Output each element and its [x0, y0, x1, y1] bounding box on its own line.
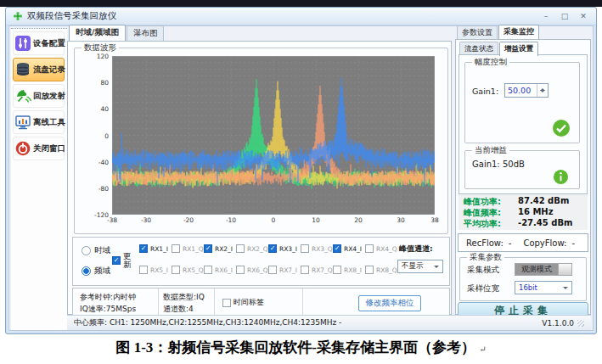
radio-label: 时域: [94, 245, 110, 256]
checkbox-box: [172, 266, 180, 274]
data-type-text: 数据类型:IQ: [163, 292, 205, 303]
divider: [158, 288, 159, 316]
checkbox-label: 时间标签: [233, 297, 264, 308]
database-icon: [14, 61, 31, 78]
sidebar-item-offline-tools[interactable]: 离线工具: [13, 110, 65, 134]
channel-count-text: 通道数:4: [163, 304, 194, 315]
checkbox-rx3-i[interactable]: ✓RX3_I: [268, 244, 297, 253]
sidebar-item-playback-transmit[interactable]: 回放发射: [13, 84, 65, 108]
info-circle-icon: [553, 169, 569, 185]
checkbox-rx8-i[interactable]: RX8_I: [333, 266, 362, 274]
checkbox-rx3-q[interactable]: RX3_Q: [301, 244, 333, 253]
recflow-label: RecFlow:: [466, 238, 504, 248]
checkbox-box: [172, 244, 180, 253]
resize-grip[interactable]: [577, 320, 584, 327]
minimize-button[interactable]: –: [540, 12, 552, 20]
checkbox-label: RX5_I: [150, 266, 168, 274]
waveform-groupbox: 数据波形 12080400-40-80-120 -38-30-20-100102…: [74, 48, 448, 234]
capture-mode-value: 观测模式: [515, 264, 558, 275]
sample-bits-label: 采样位宽: [467, 283, 499, 294]
checkbox-rx5-i[interactable]: RX5_I: [139, 266, 168, 274]
checkbox-rx1-i[interactable]: ✓RX1_I: [139, 244, 168, 253]
title-bar[interactable]: 双频段信号采集回放仪 – □ ✕: [6, 8, 596, 25]
checkbox-time-tag[interactable]: 时间标签: [222, 297, 264, 308]
checkbox-rx5-q[interactable]: RX5_Q: [172, 266, 204, 274]
checkbox-label: RX3_I: [279, 245, 297, 253]
tab-waterfall[interactable]: 瀑布图: [127, 25, 165, 41]
sidebar-item-close-window[interactable]: 关闭窗口: [13, 137, 65, 160]
radio-freq-domain[interactable]: 频域: [82, 266, 110, 277]
dropdown-arrow-icon: [563, 287, 568, 292]
power-readouts: 峰值功率: 87.42 dBm 峰值频率: 16 MHz 平均功率: -27.4…: [459, 194, 588, 230]
checkbox-rx2-q[interactable]: RX2_Q: [236, 244, 268, 253]
main-area: 时域/频域图 瀑布图 数据波形 12080400-40-80-120 -38-3…: [67, 26, 453, 315]
checkbox-label: 更新: [123, 252, 132, 269]
maximize-button[interactable]: □: [559, 12, 571, 20]
modify-freq-phase-button[interactable]: 修改频率相位: [358, 295, 421, 311]
tab-time-freq-domain[interactable]: 时域/频域图: [69, 25, 126, 41]
right-tab-bar: 参数设置 采集监控: [457, 26, 540, 39]
checkbox-label: RX7_I: [279, 266, 297, 274]
checkbox-rx8-q[interactable]: RX8_Q: [365, 266, 397, 274]
radio-time-domain[interactable]: 时域: [82, 245, 110, 256]
radio-dot: [82, 246, 91, 255]
checkbox-rx1-q[interactable]: RX1_Q: [172, 244, 204, 253]
acquisition-info-panel: 参考时钟:内时钟 IQ速率:75MSps 数据类型:IQ 通道数:4 时间标签 …: [72, 288, 450, 317]
radio-label: 频域: [94, 266, 110, 277]
checkbox-rx2-i[interactable]: ✓RX2_I: [204, 244, 233, 253]
peak-channel-dropdown[interactable]: 不显示: [397, 260, 443, 273]
subtab-gain-settings[interactable]: 增益设置: [499, 42, 538, 56]
current-gain-groupbox: 当前增益 Gain1: 50dB: [464, 150, 580, 189]
checkbox-box: [236, 266, 245, 274]
checkbox-box: [236, 244, 245, 253]
avg-power-value: -27.45 dBm: [518, 218, 572, 227]
status-bar: 中心频率: CH1: 1250MHz,CH2:1255MHz,CH3:1240M…: [67, 315, 591, 330]
checkbox-label: RX4_Q: [376, 245, 397, 253]
checkbox-box: ✓: [204, 244, 212, 253]
checkbox-label: RX7_Q: [312, 266, 333, 274]
center-freq-status: 中心频率: CH1: 1250MHz,CH2:1255MHz,CH3:1240M…: [74, 317, 341, 328]
checkbox-rx7-i[interactable]: RX7_I: [268, 266, 297, 274]
sidebar: 设备配置 流盘记录: [11, 28, 67, 330]
checkbox-rx4-i[interactable]: ✓RX4_I: [333, 244, 362, 253]
checkbox-box: [301, 244, 309, 253]
dropdown-arrow-icon: [434, 266, 439, 271]
checkbox-update[interactable]: ✓ 更新: [112, 252, 132, 269]
checkbox-rx6-i[interactable]: RX6_I: [204, 266, 233, 274]
spinner-down-icon[interactable]: [537, 91, 548, 98]
gain1-spinner[interactable]: 50.00: [504, 83, 549, 98]
right-panel: 参数设置 采集监控 流盘状态 增益设置 幅度控制 Gain1: 50.00: [455, 26, 591, 315]
ref-clock-text: 参考时钟:内时钟: [80, 292, 136, 303]
checkbox-rx7-q[interactable]: RX7_Q: [301, 266, 333, 274]
gain-settings-page: 幅度控制 Gain1: 50.00: [459, 54, 588, 194]
figure-caption: 图 1-3：射频信号采集回放软件-采集存储主界面（参考） ↵: [0, 338, 602, 357]
checkbox-label: RX8_Q: [376, 266, 397, 274]
tab-parameter-settings[interactable]: 参数设置: [457, 25, 498, 39]
checkbox-box: [204, 266, 212, 274]
window-controls: – □ ✕: [540, 12, 589, 20]
sidebar-item-device-config[interactable]: 设备配置: [13, 31, 65, 55]
peak-freq-label: 峰值频率:: [464, 207, 501, 219]
app-window: 双频段信号采集回放仪 – □ ✕ 设备配置: [5, 7, 597, 334]
sample-bits-dropdown[interactable]: 16bit: [515, 281, 572, 294]
checkbox-label: RX4_I: [344, 245, 362, 253]
sidebar-item-stream-record[interactable]: 流盘记录: [13, 58, 65, 81]
monitor-chart-icon: [14, 114, 31, 131]
checkbox-label: RX8_I: [344, 266, 362, 274]
checkbox-box: ✓: [112, 256, 121, 265]
version-text: V1.1.0.0: [542, 319, 574, 328]
capture-mode-label: 采集模式: [467, 265, 499, 276]
close-button[interactable]: ✕: [577, 12, 589, 20]
satellite-icon: [14, 87, 31, 104]
peak-channel-label: 峰值通道:: [399, 244, 433, 255]
checkbox-rx6-q[interactable]: RX6_Q: [236, 266, 268, 274]
spinner-buttons[interactable]: [537, 84, 548, 97]
gain1-label: Gain1:: [472, 87, 498, 96]
paragraph-mark: ↵: [479, 344, 486, 354]
document-page: 双频段信号采集回放仪 – □ ✕ 设备配置: [0, 0, 602, 364]
capture-mode-toggle[interactable]: 观测模式: [515, 263, 572, 276]
amplitude-control-groupbox: 幅度控制 Gain1: 50.00: [464, 62, 580, 143]
checkbox-rx4-q[interactable]: RX4_Q: [365, 244, 397, 253]
tab-acquisition-monitor[interactable]: 采集监控: [498, 25, 539, 39]
peak-freq-value: 16 MHz: [518, 207, 554, 216]
